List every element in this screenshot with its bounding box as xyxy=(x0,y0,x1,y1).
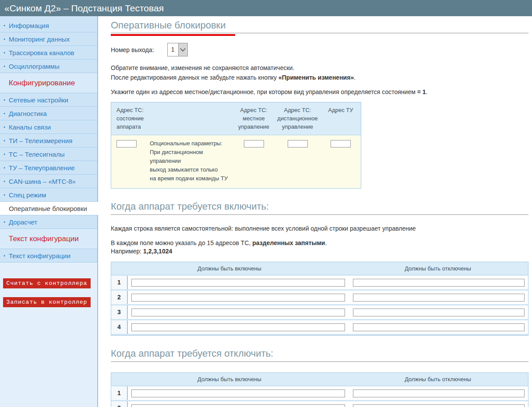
sidebar-item-network-settings[interactable]: • Сетевые настройки xyxy=(0,93,97,107)
section-title-turn-off: Когда аппарат требуется отключить: xyxy=(111,348,528,362)
sidebar-item-diagnostics[interactable]: • Диагностика xyxy=(0,107,97,120)
output-number-select[interactable]: 1 xyxy=(167,43,188,56)
bullet-icon: • xyxy=(0,36,9,42)
on-grid-row2-must-be-on-input[interactable] xyxy=(131,294,345,302)
device-state-address-input[interactable] xyxy=(116,140,137,147)
sidebar-section-config-text: Текст конфигурации xyxy=(0,229,97,249)
sidebar-item-ti-telemetry[interactable]: • ТИ – Телеизмерения xyxy=(0,134,97,147)
row-number: 2 xyxy=(111,291,128,304)
sidebar-item-operational-interlocks[interactable]: • Оперативные блокировки xyxy=(0,202,98,215)
off-grid-row2-must-be-off-input[interactable] xyxy=(353,404,525,407)
sidebar-item-label: Трассировка каналов xyxy=(9,49,74,56)
sidebar-item-can-bus-mtc8[interactable]: • CAN-шина – «МТС-8» xyxy=(0,175,97,188)
condition-row: 1 xyxy=(111,386,528,400)
output-number-value: 1 xyxy=(168,43,178,56)
sidebar-section-label: Текст конфигурации xyxy=(9,235,79,243)
condition-row: 4 xyxy=(111,320,528,334)
sidebar-item-channel-tracing[interactable]: • Трассировка каналов xyxy=(0,46,97,60)
col-header-must-be-on: Должны быть включены xyxy=(111,376,348,382)
sidebar-item-tu-telecontrol[interactable]: • ТУ – Телеуправление xyxy=(0,161,97,175)
on-grid-row4-must-be-on-input[interactable] xyxy=(131,323,345,331)
read-from-controller-button[interactable]: Считать с контроллера xyxy=(3,278,91,288)
col-header-local-control: Адрес ТС: местное управление xyxy=(233,106,275,131)
app-title-bar: «Синком Д2» – Подстанция Тестовая xyxy=(0,0,532,16)
select-arrow-button[interactable] xyxy=(178,43,187,56)
bullet-icon: • xyxy=(0,253,9,258)
col-header-must-be-on: Должны быть включены xyxy=(111,265,348,272)
sidebar-item-label: Спец режим xyxy=(9,191,46,199)
sidebar-item-data-monitoring[interactable]: • Мониторинг данных xyxy=(0,32,97,46)
bullet-icon: • xyxy=(0,179,9,184)
note-address-instruction: Укажите один из адресов местное/дистанци… xyxy=(111,88,528,96)
sidebar: • Информация • Мониторинг данных • Трасс… xyxy=(0,16,98,407)
col-header-must-be-off: Должны быть отключены xyxy=(348,376,528,382)
on-grid-row2-must-be-off-input[interactable] xyxy=(353,294,525,302)
bullet-icon: • xyxy=(0,50,9,55)
on-grid-row1-must-be-on-input[interactable] xyxy=(131,279,345,287)
section-title-turn-on: Когда аппарат требуется включить: xyxy=(111,201,528,215)
sidebar-item-config-text[interactable]: • Текст конфигурации xyxy=(0,249,97,263)
condition-row: 2 xyxy=(111,291,528,304)
sidebar-item-label: Мониторинг данных xyxy=(9,35,70,43)
turn-off-conditions-grid: Должны быть включены Должны быть отключе… xyxy=(111,372,528,407)
row-number: 3 xyxy=(111,305,128,319)
sidebar-item-label: Дорасчет xyxy=(9,218,37,226)
sidebar-item-label: ТИ – Телеизмерения xyxy=(9,137,72,144)
bullet-icon: • xyxy=(0,111,9,116)
grid-header: Должны быть включены Должны быть отключе… xyxy=(111,373,528,385)
sidebar-item-label: ТУ – Телеуправление xyxy=(9,164,75,172)
col-header-remote-control: Адрес ТС: дистанционное управление xyxy=(275,106,321,131)
condition-row: 1 xyxy=(111,276,528,289)
output-number-label: Номер выхода: xyxy=(111,46,154,53)
sidebar-item-label: CAN-шина – «МТС-8» xyxy=(9,178,76,185)
output-number-row: Номер выхода: 1 xyxy=(111,43,528,56)
col-header-must-be-off: Должны быть отключены xyxy=(348,265,528,272)
note-apply-changes: После редактирования данных не забудьте … xyxy=(111,74,528,82)
write-to-controller-button[interactable]: Записать в контроллер xyxy=(3,297,91,307)
bullet-icon: • xyxy=(0,63,9,69)
row-number: 2 xyxy=(111,401,128,407)
bullet-icon: • xyxy=(0,138,9,143)
bullet-icon: • xyxy=(0,192,9,197)
bullet-icon: • xyxy=(0,97,9,102)
off-grid-row1-must-be-off-input[interactable] xyxy=(353,389,525,397)
off-grid-row2-must-be-on-input[interactable] xyxy=(131,404,345,407)
address-table-row: Опциональные параметры: При дистанционно… xyxy=(111,135,361,188)
bullet-icon: • xyxy=(0,219,9,225)
condition-row: 2 xyxy=(111,401,528,407)
sidebar-section-label: Конфигурирование xyxy=(9,79,75,88)
local-control-address-input[interactable] xyxy=(244,140,264,147)
sidebar-item-special-mode[interactable]: • Спец режим xyxy=(0,188,97,202)
page-title: Оперативные блокировки xyxy=(111,20,528,33)
condition-row: 3 xyxy=(111,305,528,319)
col-header-tu-address: Адрес ТУ xyxy=(321,106,361,131)
on-grid-row1-must-be-off-input[interactable] xyxy=(353,279,525,287)
on-grid-row4-must-be-off-input[interactable] xyxy=(353,323,525,331)
tu-address-input[interactable] xyxy=(331,140,351,147)
optional-params-text: Опциональные параметры: При дистанционно… xyxy=(150,139,233,183)
sidebar-item-label: Информация xyxy=(9,22,49,29)
on-grid-row3-must-be-off-input[interactable] xyxy=(353,309,525,316)
sidebar-item-label: Диагностика xyxy=(9,110,47,117)
sidebar-item-information[interactable]: • Информация xyxy=(0,19,97,32)
bullet-icon: • xyxy=(0,23,9,28)
section-on-example: Например: 1,2,3,1024 xyxy=(111,247,528,256)
sidebar-item-comm-channels[interactable]: • Каналы связи xyxy=(0,120,97,134)
on-grid-row3-must-be-on-input[interactable] xyxy=(131,309,345,316)
address-table-header: Адрес ТС: состояние аппарата Адрес ТС: м… xyxy=(111,102,361,135)
sidebar-footer: Считать с контроллера Записать в контрол… xyxy=(0,263,98,407)
sidebar-section-configuration: Конфигурирование xyxy=(0,73,97,93)
address-table: Адрес ТС: состояние аппарата Адрес ТС: м… xyxy=(111,102,361,189)
grid-header: Должны быть включены Должны быть отключе… xyxy=(111,262,528,274)
off-grid-row1-must-be-on-input[interactable] xyxy=(131,389,345,397)
sidebar-item-label: Сетевые настройки xyxy=(9,96,68,104)
main-content: Оперативные блокировки Номер выхода: 1 О… xyxy=(98,16,532,407)
section-on-desc-1: Каждая строка является самостоятельной: … xyxy=(111,225,528,233)
sidebar-item-recalculation[interactable]: • Дорасчет xyxy=(0,215,97,229)
sidebar-item-oscillograms[interactable]: • Осциллограммы xyxy=(0,60,97,73)
sidebar-item-label: Оперативные блокировки xyxy=(9,205,87,212)
remote-control-address-input[interactable] xyxy=(288,140,308,147)
title-red-underline xyxy=(111,34,235,36)
sidebar-item-ts-telesignals[interactable]: • ТС – Телесигналы xyxy=(0,147,97,161)
col-header-spacer xyxy=(150,106,233,131)
